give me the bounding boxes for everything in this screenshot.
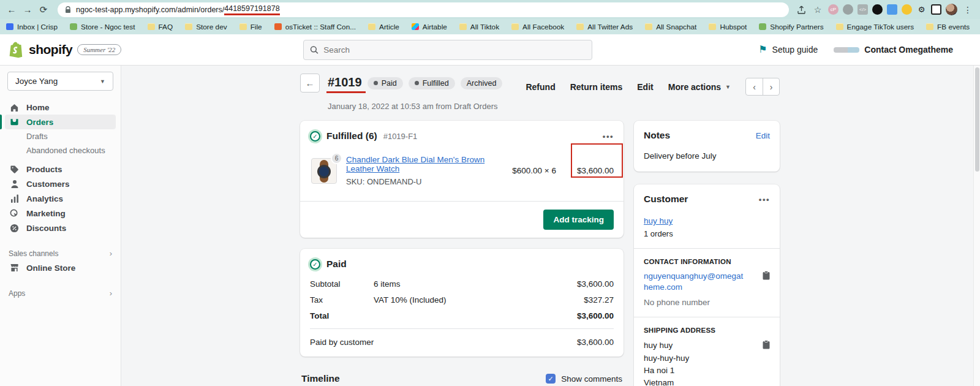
bookmark-star-icon[interactable]: ☆ <box>812 4 824 16</box>
edit-notes-link[interactable]: Edit <box>756 131 770 140</box>
checkbox-checked-icon[interactable]: ✓ <box>546 374 556 384</box>
setup-guide-button[interactable]: ⚑ Setup guide <box>758 45 818 55</box>
bookmark-item[interactable]: Inbox | Crisp <box>6 23 58 31</box>
more-actions-button[interactable]: More actions▼ <box>668 82 731 92</box>
show-comments-toggle[interactable]: ✓ Show comments <box>546 374 622 384</box>
extension-icon-cp[interactable]: cP <box>828 4 839 15</box>
sidebar-item-discounts[interactable]: Discounts <box>5 221 116 235</box>
bookmark-label: Hubspot <box>720 23 747 31</box>
sidebar-item-products[interactable]: Products <box>5 162 116 176</box>
contact-omegatheme-button[interactable]: Contact Omegatheme <box>834 45 953 55</box>
sales-channels-header[interactable]: Sales channels › <box>9 249 112 258</box>
sidebar-item-abandoned-checkouts[interactable]: Abandoned checkouts <box>5 143 116 157</box>
search-input[interactable] <box>323 45 586 55</box>
extension-icon-gray[interactable] <box>843 4 853 15</box>
bookmark-item[interactable]: Airtable <box>412 23 447 31</box>
bookmark-item[interactable]: All Twitter Ads <box>576 23 633 31</box>
bookmark-item[interactable]: Store dev <box>185 23 227 31</box>
bookmark-item[interactable]: Article <box>368 23 399 31</box>
contact-information-heading: CONTACT INFORMATION <box>644 258 770 265</box>
copy-clipboard-icon[interactable] <box>763 340 770 386</box>
sidebar-item-marketing[interactable]: Marketing <box>5 206 116 221</box>
payment-row-subtotal: Subtotal 6 items $3,600.00 <box>310 276 614 292</box>
page-scrollbar[interactable] <box>973 66 980 386</box>
annotation-order-underline <box>326 91 366 93</box>
return-items-button[interactable]: Return items <box>570 82 623 92</box>
product-link[interactable]: Chandler Dark Blue Dial Men's Brown Leat… <box>346 155 500 173</box>
sidebar-item-online-store[interactable]: Online Store <box>5 260 116 275</box>
active-indicator <box>0 115 2 129</box>
orders-icon <box>9 118 20 126</box>
customer-email-link[interactable]: nguyenquanghuy@omegatheme.com <box>644 271 747 293</box>
bookmark-item[interactable]: All Facebook <box>511 23 564 31</box>
bookmark-label: Store dev <box>196 23 227 31</box>
bookmark-item[interactable]: All Snapchat <box>645 23 696 31</box>
browser-profile-avatar[interactable] <box>946 4 957 15</box>
bookmark-label: Engage TikTok users <box>847 23 914 31</box>
more-options-icon[interactable]: ••• <box>759 195 770 204</box>
sidebar-item-analytics[interactable]: Analytics <box>5 191 116 206</box>
show-comments-label: Show comments <box>561 374 622 384</box>
bookmark-folder-icon <box>239 23 247 30</box>
share-icon[interactable] <box>795 4 807 16</box>
sidebar-item-orders[interactable]: Orders <box>5 115 116 129</box>
back-button[interactable]: ← <box>300 74 320 93</box>
bookmark-folder-icon <box>185 23 192 30</box>
payment-row-amount: $3,600.00 <box>577 279 614 289</box>
osticket-favicon <box>274 23 282 30</box>
add-tracking-button[interactable]: Add tracking <box>543 210 614 230</box>
apps-header[interactable]: Apps › <box>9 289 112 298</box>
customers-icon <box>9 180 20 189</box>
scrollbar-thumb[interactable] <box>975 67 979 172</box>
extension-icon-snapchat[interactable] <box>872 4 883 15</box>
store-switcher[interactable]: Joyce Yang ▼ <box>7 72 113 91</box>
bookmark-item[interactable]: All Tiktok <box>459 23 499 31</box>
order-pager: ‹ › <box>745 78 780 96</box>
extension-icon-code[interactable]: </> <box>858 4 868 15</box>
customer-name-link[interactable]: huy huy <box>644 216 673 225</box>
browser-back-icon[interactable]: ← <box>4 2 20 18</box>
browser-menu-icon[interactable]: ⋮ <box>962 4 974 16</box>
payment-row-label: Tax <box>310 295 374 305</box>
shipping-line: Ha noi 1 <box>644 365 689 376</box>
previous-order-button[interactable]: ‹ <box>746 78 763 95</box>
sidebar-item-drafts[interactable]: Drafts <box>5 129 116 143</box>
next-order-button[interactable]: › <box>763 78 779 95</box>
bookmark-item[interactable]: Hubspot <box>709 23 747 31</box>
notes-title: Notes <box>644 130 670 141</box>
extensions-puzzle-icon[interactable]: ⚙ <box>916 4 927 15</box>
address-bar[interactable]: ngoc-test-app.myshopify.com/admin/orders… <box>58 2 789 17</box>
bookmark-item[interactable]: Engage TikTok users <box>836 23 914 31</box>
bookmark-item[interactable]: Store - Ngoc test <box>70 23 135 31</box>
edit-button[interactable]: Edit <box>637 82 653 92</box>
sidebar-item-customers[interactable]: Customers <box>5 176 116 191</box>
shopify-logo[interactable]: shopify Summer '22 <box>9 41 121 58</box>
bookmark-item[interactable]: FB events <box>926 23 970 31</box>
browser-reload-icon[interactable]: ⟳ <box>36 2 51 18</box>
bookmark-item[interactable]: Shopify Partners <box>759 23 823 31</box>
browser-forward-icon[interactable]: → <box>20 2 36 18</box>
status-badge-archived: Archived <box>461 77 503 89</box>
global-search[interactable] <box>303 40 592 60</box>
shipping-address: huy huy huy-huy-huy Ha noi 1 Vietnam <box>644 340 689 386</box>
status-dot-icon <box>374 81 378 85</box>
bookmark-item[interactable]: File <box>239 23 262 31</box>
more-options-icon[interactable]: ••• <box>603 132 614 141</box>
bookmark-item[interactable]: FAQ <box>148 23 173 31</box>
bookmark-item[interactable]: osTicket :: Staff Con... <box>274 23 356 31</box>
extension-icon-twitter[interactable] <box>887 4 897 15</box>
copy-clipboard-icon[interactable] <box>763 271 770 293</box>
bookmark-folder-icon <box>148 23 155 30</box>
extension-icon-flame[interactable] <box>902 4 912 15</box>
chevron-down-icon: ▼ <box>100 78 105 85</box>
payment-row-amount: $327.27 <box>584 295 614 305</box>
sidebar-item-home[interactable]: Home <box>5 100 116 115</box>
shopify-favicon <box>70 23 77 30</box>
bookmark-label: osTicket :: Staff Con... <box>285 23 356 31</box>
unit-price: $600.00 × 6 <box>500 166 556 175</box>
payment-row-label: Subtotal <box>310 279 374 289</box>
refund-button[interactable]: Refund <box>526 82 555 92</box>
payment-row-detail: VAT 10% (Included) <box>374 295 584 305</box>
side-panel-icon[interactable] <box>931 4 941 15</box>
marketing-icon <box>9 209 20 218</box>
